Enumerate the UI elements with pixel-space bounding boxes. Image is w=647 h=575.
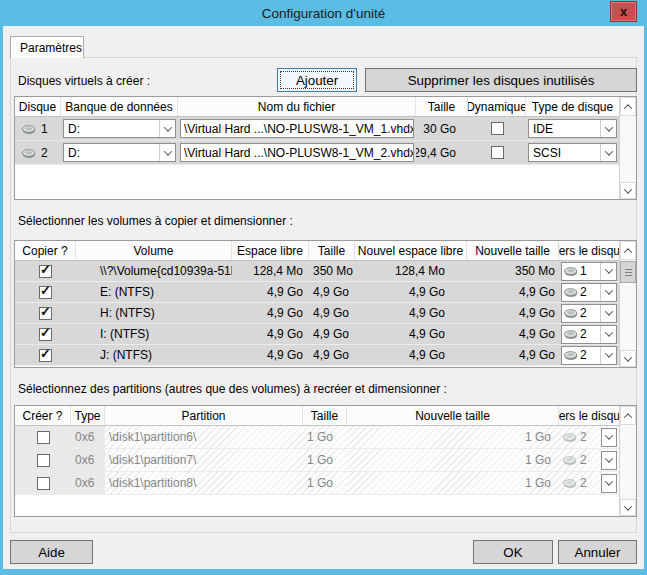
size-cell: 4,9 Go bbox=[309, 345, 355, 365]
partition-type-value: 0x6 bbox=[75, 476, 94, 490]
scroll-up-icon[interactable] bbox=[620, 241, 636, 260]
volume-cell: I: (NTFS) bbox=[76, 324, 232, 344]
column-header-nouvel-espace[interactable]: Nouvel espace libre bbox=[355, 241, 467, 260]
scroll-up-icon[interactable] bbox=[620, 97, 636, 116]
cancel-button[interactable]: Annuler bbox=[558, 540, 637, 564]
scrollbar-thumb[interactable] bbox=[620, 261, 636, 283]
scrollbar[interactable] bbox=[619, 241, 636, 367]
chevron-down-icon[interactable] bbox=[600, 305, 616, 322]
tab-parametres[interactable]: Paramètres bbox=[10, 36, 84, 58]
column-header-nouvelle-taille[interactable]: Nouvelle taille bbox=[467, 241, 559, 260]
column-header-vers-disque[interactable]: Vers le disque bbox=[559, 406, 619, 425]
chevron-down-icon[interactable] bbox=[601, 428, 617, 447]
column-header-nouvelle-taille[interactable]: Nouvelle taille bbox=[347, 406, 559, 425]
chevron-down-icon[interactable] bbox=[600, 347, 616, 364]
scrollbar[interactable] bbox=[619, 406, 636, 516]
scrollbar-track[interactable] bbox=[620, 425, 636, 499]
table-row: 0x6 \disk1\partition7\ 1 Go 1 Go 2 bbox=[15, 449, 619, 472]
new-size-value: 4,9 Go bbox=[519, 327, 555, 341]
create-checkbox[interactable] bbox=[37, 477, 50, 490]
disk-icon bbox=[22, 123, 36, 135]
new-size-cell: 4,9 Go bbox=[467, 303, 559, 323]
filename-input[interactable]: \Virtual Hard ...\NO-PLUSW8-1_VM_1.vhdx bbox=[180, 119, 414, 138]
scrollbar[interactable] bbox=[619, 97, 636, 199]
copy-cell bbox=[15, 303, 76, 323]
disk-type-combobox[interactable]: SCSI bbox=[528, 143, 617, 162]
size-cell: 1 Go bbox=[303, 472, 347, 494]
datastore-value: D: bbox=[64, 122, 159, 136]
column-header-type[interactable]: Type bbox=[71, 406, 105, 425]
new-size-cell: 4,9 Go bbox=[467, 282, 559, 302]
target-disk-combobox[interactable]: 2 bbox=[561, 346, 617, 365]
chevron-down-icon[interactable] bbox=[601, 474, 617, 493]
table-row: 0x6 \disk1\partition6\ 1 Go 1 Go 2 bbox=[15, 426, 619, 449]
column-header-copier[interactable]: Copier ? bbox=[15, 241, 76, 260]
scroll-down-icon[interactable] bbox=[620, 182, 636, 199]
gripper-icon bbox=[625, 269, 632, 276]
column-header-taille[interactable]: Taille bbox=[309, 241, 355, 260]
create-checkbox[interactable] bbox=[37, 431, 50, 444]
scrollbar-track[interactable] bbox=[620, 260, 636, 350]
copy-checkbox[interactable] bbox=[39, 349, 52, 362]
copy-checkbox[interactable] bbox=[39, 286, 52, 299]
volumes-header: Copier ? Volume Espace libre Taille Nouv… bbox=[15, 241, 619, 261]
volume-name: \\?\Volume{cd10939a-51be bbox=[100, 264, 232, 278]
help-button[interactable]: Aide bbox=[10, 540, 93, 564]
dynamic-checkbox[interactable] bbox=[491, 146, 504, 159]
target-disk-combobox[interactable]: 2 bbox=[561, 304, 617, 323]
column-header-banque[interactable]: Banque de données bbox=[61, 97, 178, 116]
copy-checkbox[interactable] bbox=[39, 307, 52, 320]
disk-type-combobox[interactable]: IDE bbox=[528, 119, 617, 138]
scroll-down-icon[interactable] bbox=[620, 350, 636, 367]
delete-unused-disks-button[interactable]: Supprimer les disques inutilisés bbox=[365, 68, 637, 92]
column-header-creer[interactable]: Créer ? bbox=[15, 406, 71, 425]
disk-icon bbox=[564, 286, 578, 298]
column-header-taille[interactable]: Taille bbox=[303, 406, 347, 425]
chevron-down-icon[interactable] bbox=[159, 120, 175, 137]
new-size-value: 4,9 Go bbox=[519, 285, 555, 299]
column-header-taille[interactable]: Taille bbox=[416, 97, 468, 116]
scroll-down-icon[interactable] bbox=[620, 499, 636, 516]
datastore-combobox[interactable]: D: bbox=[63, 143, 176, 162]
copy-checkbox[interactable] bbox=[39, 265, 52, 278]
free-space-cell: 128,4 Mo bbox=[232, 261, 309, 281]
titlebar[interactable]: Configuration d'unité bbox=[0, 0, 647, 26]
chevron-down-icon[interactable] bbox=[159, 144, 175, 161]
volume-cell: \\?\Volume{cd10939a-51be bbox=[76, 261, 232, 281]
chevron-down-icon[interactable] bbox=[600, 263, 616, 280]
new-size-cell: 1 Go bbox=[347, 472, 559, 494]
chevron-down-icon[interactable] bbox=[600, 326, 616, 343]
chevron-down-icon[interactable] bbox=[601, 451, 617, 470]
chevron-down-icon[interactable] bbox=[600, 120, 616, 137]
free-space-value: 4,9 Go bbox=[267, 327, 303, 341]
copy-checkbox[interactable] bbox=[39, 328, 52, 341]
filename-input[interactable]: \Virtual Hard ...\NO-PLUSW8-1_VM_2.vhdx bbox=[180, 143, 414, 162]
target-disk-combobox[interactable]: 2 bbox=[561, 283, 617, 302]
column-header-vers-disque[interactable]: Vers le disque bbox=[559, 241, 619, 260]
column-header-fichier[interactable]: Nom du fichier bbox=[178, 97, 416, 116]
scrollbar-track[interactable] bbox=[620, 116, 636, 182]
partition-type-cell: 0x6 bbox=[71, 449, 105, 471]
target-disk-combobox[interactable]: 2 bbox=[561, 325, 617, 344]
add-button[interactable]: Ajouter bbox=[277, 68, 357, 92]
partitions-label: Sélectionnez des partitions (autres que … bbox=[18, 382, 447, 396]
chevron-down-icon[interactable] bbox=[600, 144, 616, 161]
column-header-espace-libre[interactable]: Espace libre bbox=[232, 241, 309, 260]
column-header-volume[interactable]: Volume bbox=[76, 241, 232, 260]
size-cell: 1 Go bbox=[303, 449, 347, 471]
close-button[interactable]: x bbox=[610, 1, 637, 22]
chevron-down-icon[interactable] bbox=[600, 284, 616, 301]
dynamic-checkbox[interactable] bbox=[491, 122, 504, 135]
column-header-dynamique[interactable]: Dynamique bbox=[468, 97, 526, 116]
column-header-partition[interactable]: Partition bbox=[105, 406, 303, 425]
target-disk-combobox[interactable]: 1 bbox=[561, 262, 617, 281]
scroll-up-icon[interactable] bbox=[620, 406, 636, 425]
column-header-disque[interactable]: Disque bbox=[15, 97, 61, 116]
create-checkbox[interactable] bbox=[37, 454, 50, 467]
datastore-combobox[interactable]: D: bbox=[63, 119, 176, 138]
partitions-table: Créer ? Type Partition Taille Nouvelle t… bbox=[14, 405, 637, 517]
ok-button[interactable]: OK bbox=[473, 540, 553, 564]
size-value: 4,9 Go bbox=[313, 327, 349, 341]
column-header-type[interactable]: Type de disque bbox=[526, 97, 619, 116]
disk-icon bbox=[564, 265, 578, 277]
